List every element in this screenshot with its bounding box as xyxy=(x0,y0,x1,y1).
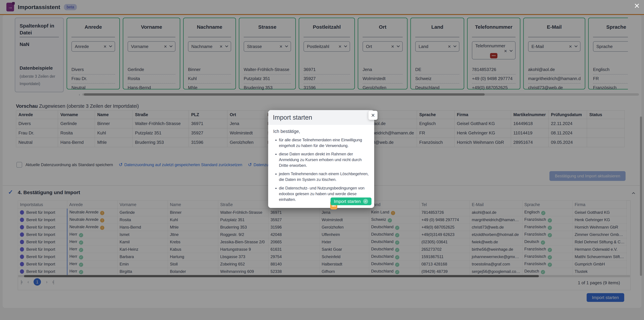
dialog-title: Import starten xyxy=(273,114,312,121)
dialog-import-start-label: Import starten xyxy=(334,199,361,204)
confirmation-list: für alle diese Teilnehmerdaten eine Einw… xyxy=(273,137,369,202)
check-circle-icon: ✓ xyxy=(363,199,368,204)
dialog-body: Ich bestätige, für alle diese Teilnehmer… xyxy=(268,125,374,202)
confirmation-bullet: diese Daten wurden direkt im Rahmen der … xyxy=(279,151,369,168)
dialog-import-start-button[interactable]: Import starten ✓ xyxy=(330,197,372,205)
import-confirm-dialog: Import starten × Ich bestätige, für alle… xyxy=(268,110,374,208)
dialog-intro: Ich bestätige, xyxy=(273,129,369,134)
dialog-close-button[interactable]: × xyxy=(368,111,378,120)
dialog-header: Import starten xyxy=(268,110,374,125)
confirmation-bullet: für alle diese Teilnehmerdaten eine Einw… xyxy=(279,137,369,149)
close-icon[interactable]: × xyxy=(634,1,640,11)
confirmation-bullet: jedem Teilnehmenden nach einem Löschbege… xyxy=(279,171,369,182)
